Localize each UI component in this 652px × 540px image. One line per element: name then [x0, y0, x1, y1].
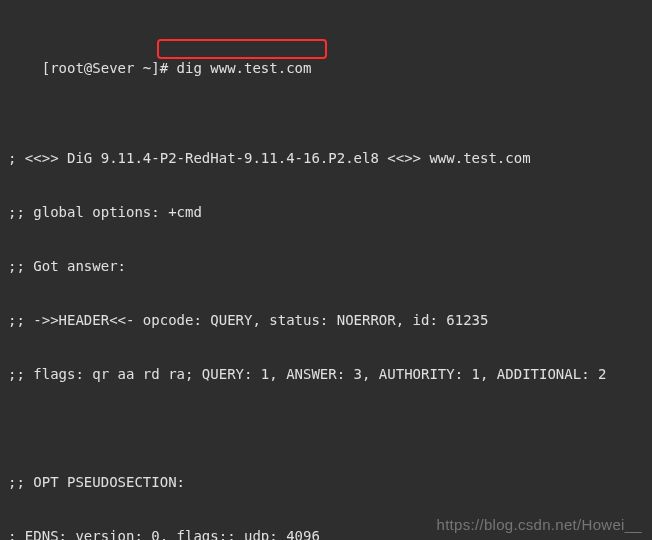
global-options: ;; global options: +cmd	[8, 203, 644, 221]
got-answer: ;; Got answer:	[8, 257, 644, 275]
terminal-output[interactable]: [root@Sever ~]# dig www.test.com ; <<>> …	[0, 0, 652, 540]
prompt: [root@Sever ~]#	[42, 60, 177, 76]
typed-command: dig www.test.com	[177, 60, 312, 76]
command-highlight-box	[157, 39, 327, 59]
command-line: [root@Sever ~]# dig www.test.com	[8, 41, 644, 59]
flags-line: ;; flags: qr aa rd ra; QUERY: 1, ANSWER:…	[8, 365, 644, 383]
watermark: https://blog.csdn.net/Howei__	[437, 516, 643, 534]
opt-title: ;; OPT PSEUDOSECTION:	[8, 473, 644, 491]
header-line: ;; ->>HEADER<<- opcode: QUERY, status: N…	[8, 311, 644, 329]
blank-line	[8, 95, 644, 113]
dig-banner: ; <<>> DiG 9.11.4-P2-RedHat-9.11.4-16.P2…	[8, 149, 644, 167]
blank-line	[8, 419, 644, 437]
